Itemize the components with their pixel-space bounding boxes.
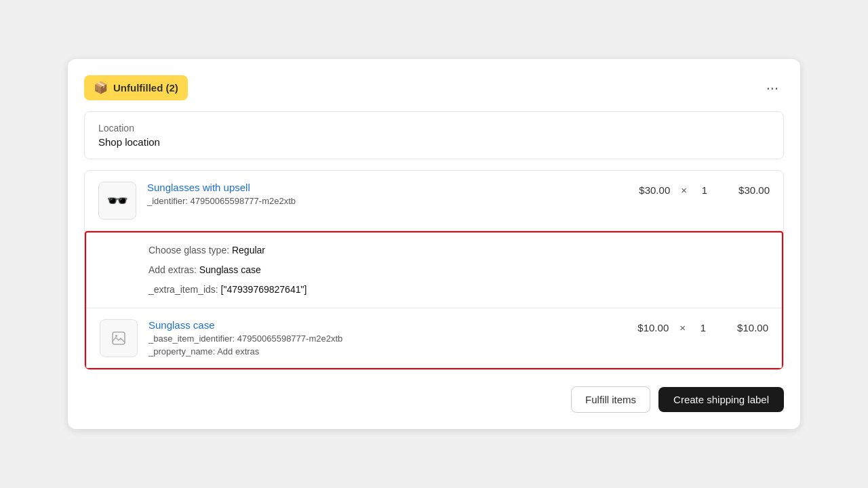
property-name-label: _property_name: [149, 346, 215, 357]
price-x-1: × [681, 184, 687, 196]
svg-rect-0 [113, 332, 125, 344]
extra-ids-line: _extra_item_ids: ["47939769827641"] [149, 283, 768, 297]
price-total-2: $10.00 [721, 322, 768, 333]
glass-type-label: Choose glass type: [149, 245, 229, 256]
product-row-2: Sunglass case _base_item_identifier: 479… [86, 308, 782, 368]
price-unit-1: $30.00 [629, 184, 670, 196]
product-details-2: Sunglass case _base_item_identifier: 479… [149, 319, 617, 357]
highlighted-section: Choose glass type: Regular Add extras: S… [85, 231, 783, 369]
create-shipping-label-button[interactable]: Create shipping label [658, 387, 784, 412]
unfulfilled-badge: 📦 Unfulfilled (2) [84, 75, 188, 100]
identifier-label-1: _identifier: [147, 196, 188, 206]
extras-line: Add extras: Sunglass case [149, 263, 768, 277]
extras-label: Add extras: [149, 264, 197, 275]
unfulfilled-icon: 📦 [94, 81, 108, 95]
fulfill-items-button[interactable]: Fulfill items [571, 386, 650, 413]
product-image-1: 🕶️ [98, 182, 136, 220]
badge-label: Unfulfilled (2) [113, 82, 178, 94]
price-x-2: × [679, 322, 686, 333]
price-total-1: $30.00 [722, 184, 770, 196]
product-pricing-1: $30.00 × 1 $30.00 [629, 182, 770, 196]
property-name-line: _property_name: Add extras [149, 346, 617, 357]
price-qty-2: 1 [696, 322, 710, 333]
product-pricing-2: $10.00 × 1 $10.00 [628, 319, 768, 333]
location-label: Location [98, 123, 770, 134]
extras-value: Sunglass case [199, 264, 261, 275]
price-qty-1: 1 [698, 184, 711, 196]
items-container: 🕶️ Sunglasses with upsell _identifier: 4… [84, 170, 784, 370]
identifier-value-1: 47950065598777-m2e2xtb [191, 196, 296, 206]
card-header: 📦 Unfulfilled (2) ··· [84, 75, 784, 100]
property-name-value: Add extras [217, 346, 259, 357]
extra-ids-value: ["47939769827641"] [221, 284, 307, 295]
base-identifier-value: 47950065598777-m2e2xtb [237, 333, 342, 344]
custom-properties: Choose glass type: Regular Add extras: S… [86, 232, 782, 308]
product-row-1: 🕶️ Sunglasses with upsell _identifier: 4… [85, 171, 783, 231]
glass-type-line: Choose glass type: Regular [149, 243, 768, 258]
glass-type-value: Regular [232, 245, 265, 256]
image-placeholder-icon [111, 330, 127, 346]
product-image-2 [100, 319, 138, 357]
svg-point-1 [115, 335, 117, 337]
product-identifier-1: _identifier: 47950065598777-m2e2xtb [147, 196, 618, 206]
base-identifier-label: _base_item_identifier: [149, 333, 235, 344]
product-name-1[interactable]: Sunglasses with upsell [147, 182, 618, 193]
product-name-2[interactable]: Sunglass case [149, 319, 617, 331]
extra-ids-label: _extra_item_ids: [149, 284, 218, 295]
more-options-button[interactable]: ··· [761, 77, 784, 100]
price-unit-2: $10.00 [628, 322, 669, 333]
product-details-1: Sunglasses with upsell _identifier: 4795… [147, 182, 618, 206]
location-section: Location Shop location [84, 111, 784, 159]
footer-row: Fulfill items Create shipping label [84, 384, 784, 413]
location-value: Shop location [98, 136, 770, 148]
order-card: 📦 Unfulfilled (2) ··· Location Shop loca… [68, 59, 800, 429]
base-identifier-line: _base_item_identifier: 47950065598777-m2… [149, 333, 617, 344]
